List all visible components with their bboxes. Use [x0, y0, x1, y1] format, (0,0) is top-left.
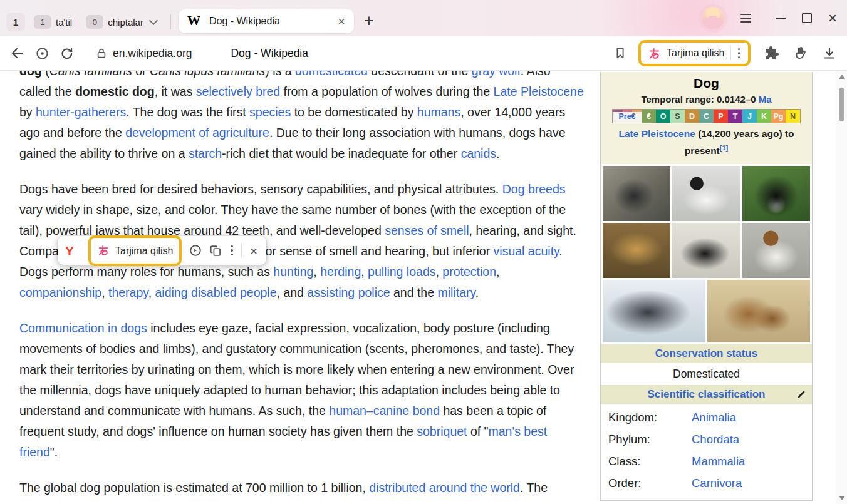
wiki-link[interactable]: sobriquet	[417, 424, 467, 438]
rank-value-link[interactable]: Animalia	[692, 409, 736, 426]
wiki-link[interactable]: Late Pleistocene	[494, 85, 584, 98]
timescale-segment-Pg[interactable]: Pg	[771, 110, 786, 123]
bookmark-icon[interactable]	[613, 46, 627, 60]
timescale-segment-€[interactable]: €	[642, 110, 656, 123]
photo-golden-retriever-water[interactable]	[603, 223, 670, 278]
wiki-link[interactable]: starch	[189, 147, 222, 160]
timescale-segment-K[interactable]: K	[757, 110, 771, 123]
range-present: present	[685, 145, 720, 156]
browser-home-icon[interactable]	[35, 46, 49, 61]
hand-gesture-icon[interactable]	[793, 46, 808, 61]
text-run: . The	[520, 481, 548, 495]
photo-husky-in-snow[interactable]	[603, 280, 705, 342]
wiki-link[interactable]: distributed around the world	[369, 481, 520, 495]
timescale-segment-T[interactable]: T	[728, 110, 742, 123]
popup-close-icon[interactable]: ×	[249, 244, 259, 257]
rank-label: Order:	[608, 475, 692, 491]
menu-icon[interactable]	[740, 14, 751, 23]
ma-link[interactable]: Ma	[759, 94, 772, 105]
wiki-link[interactable]: selectively bred	[196, 85, 280, 98]
window-close-button[interactable]: ×	[828, 11, 837, 26]
text-run: , it was	[155, 85, 196, 98]
wiki-link[interactable]: humans	[417, 105, 460, 119]
late-pleistocene-link[interactable]: Late Pleistocene	[619, 128, 695, 139]
conservation-status-header[interactable]: Conservation status	[601, 344, 812, 363]
photo-black-white-dog-standing[interactable]	[672, 166, 740, 221]
wiki-link[interactable]: development of agriculture	[125, 126, 269, 140]
rank-value-link[interactable]: Chordata	[692, 431, 739, 448]
wiki-link[interactable]: senses of smell	[385, 224, 469, 237]
timescale-segment-N[interactable]: N	[786, 110, 800, 123]
avatar[interactable]	[702, 7, 724, 29]
scrollbar-down-arrow[interactable]	[839, 496, 845, 500]
temporal-value: 0.0142–0	[717, 94, 759, 105]
timescale-segment-P[interactable]: P	[714, 110, 728, 123]
timescale-segment-S[interactable]: S	[670, 110, 685, 123]
wiki-link[interactable]: visual acuity	[494, 244, 559, 258]
wiki-link[interactable]: protection	[442, 265, 496, 279]
wiki-link[interactable]: companionship	[19, 285, 101, 299]
scientific-classification-header[interactable]: Scientific classification	[601, 385, 812, 404]
listen-audio-icon[interactable]	[189, 244, 202, 257]
lock-icon[interactable]	[95, 47, 108, 59]
url-page-title[interactable]: Dog - Wikipedia	[231, 47, 308, 60]
wiki-link[interactable]: herding	[320, 265, 361, 279]
url-domain[interactable]: en.wikipedia.org	[113, 47, 192, 60]
edit-pencil-icon[interactable]	[796, 389, 806, 399]
tab-close-icon[interactable]: ×	[335, 15, 348, 28]
translate-button-highlighted[interactable]: Tarjima qilish	[638, 40, 751, 66]
citation-ref[interactable]: [1]	[720, 144, 728, 152]
divider	[241, 244, 242, 257]
wiki-link[interactable]: Dog breeds	[502, 182, 566, 196]
wiki-link[interactable]: human–canine bond	[329, 404, 440, 418]
tab-group-counter[interactable]: 1	[6, 13, 25, 31]
photo-black-labrador[interactable]	[672, 223, 740, 278]
translate-more-icon[interactable]	[737, 48, 742, 59]
active-tab-dog-wikipedia[interactable]: W Dog - Wikipedia ×	[179, 9, 354, 33]
wiki-link[interactable]: pulling loads	[368, 265, 435, 279]
scrollbar-up-arrow[interactable]	[839, 75, 845, 79]
popup-translate-button-highlighted[interactable]: Tarjima qilish	[88, 235, 182, 266]
download-icon[interactable]	[822, 46, 837, 61]
maximize-button[interactable]	[802, 13, 812, 23]
photo-dogs-on-beach[interactable]	[707, 280, 810, 342]
timescale-segment-O[interactable]: O	[656, 110, 670, 123]
text-run: ,	[148, 285, 155, 299]
timescale-segment-D[interactable]: D	[685, 110, 699, 123]
timescale-segment-C[interactable]: C	[699, 110, 714, 123]
rank-value-link[interactable]: Mammalia	[692, 453, 745, 470]
tab-chiptalar[interactable]: 0 chiptalar	[81, 13, 163, 31]
new-tab-button[interactable]: +	[358, 13, 380, 29]
wiki-link[interactable]: gray wolf	[472, 71, 521, 78]
wiki-link[interactable]: hunter-gatherers	[36, 105, 126, 119]
photo-merle-dog-on-rocks[interactable]	[603, 166, 670, 221]
yandex-logo[interactable]: Y	[65, 240, 74, 261]
wiki-link[interactable]: aiding disabled people	[155, 285, 276, 299]
wiki-link[interactable]: species	[249, 105, 291, 119]
reload-icon[interactable]	[60, 46, 74, 61]
popup-more-icon[interactable]	[229, 245, 234, 256]
wiki-link[interactable]: domesticated	[295, 71, 368, 78]
timescale-segment-J[interactable]: J	[742, 110, 757, 123]
minimize-button[interactable]	[776, 18, 786, 19]
text-run: ".	[50, 445, 58, 459]
wiki-link[interactable]: Communication in dogs	[19, 321, 147, 335]
copy-icon[interactable]	[209, 244, 222, 257]
extensions-puzzle-icon[interactable]	[764, 46, 779, 61]
scrollbar-thumb[interactable]	[839, 88, 844, 121]
rank-value-link[interactable]: Carnivora	[692, 475, 742, 491]
page-scrollbar[interactable]	[836, 71, 847, 504]
wiki-link[interactable]: canids	[461, 147, 496, 160]
chevron-down-icon[interactable]	[149, 16, 158, 25]
wiki-link[interactable]: military	[437, 285, 475, 299]
timescale-segment-Pre€[interactable]: Pre€	[613, 110, 642, 123]
back-icon[interactable]	[10, 46, 25, 61]
temporal-range-text: Late Pleistocene (14,200 years ago) to p…	[606, 127, 807, 158]
tab-tatil[interactable]: 1 ta'til	[29, 13, 77, 31]
photo-white-terrier[interactable]	[742, 223, 810, 278]
wiki-link[interactable]: therapy	[108, 285, 148, 299]
text-run: dog	[19, 71, 42, 78]
wiki-link[interactable]: assisting police	[307, 285, 390, 299]
photo-fluffy-dog-on-grass[interactable]	[742, 166, 810, 221]
wiki-link[interactable]: hunting	[273, 265, 313, 279]
